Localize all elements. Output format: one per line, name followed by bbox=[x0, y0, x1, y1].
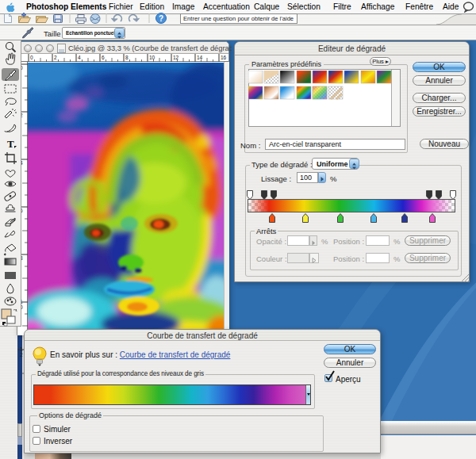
svg-text:T: T bbox=[7, 138, 14, 150]
svg-text:?: ? bbox=[159, 14, 163, 23]
svg-text:12: 12 bbox=[173, 55, 179, 60]
svg-text:2: 2 bbox=[54, 55, 57, 60]
svg-text:16: 16 bbox=[221, 55, 227, 60]
svg-text:0: 0 bbox=[30, 55, 33, 60]
svg-text:6: 6 bbox=[102, 55, 105, 60]
svg-text:4: 4 bbox=[78, 55, 81, 60]
svg-text:14: 14 bbox=[197, 55, 203, 60]
svg-text:2: 2 bbox=[20, 352, 23, 358]
svg-text:8: 8 bbox=[125, 55, 129, 60]
svg-text:1: 1 bbox=[20, 346, 23, 352]
svg-text:10: 10 bbox=[149, 55, 155, 60]
